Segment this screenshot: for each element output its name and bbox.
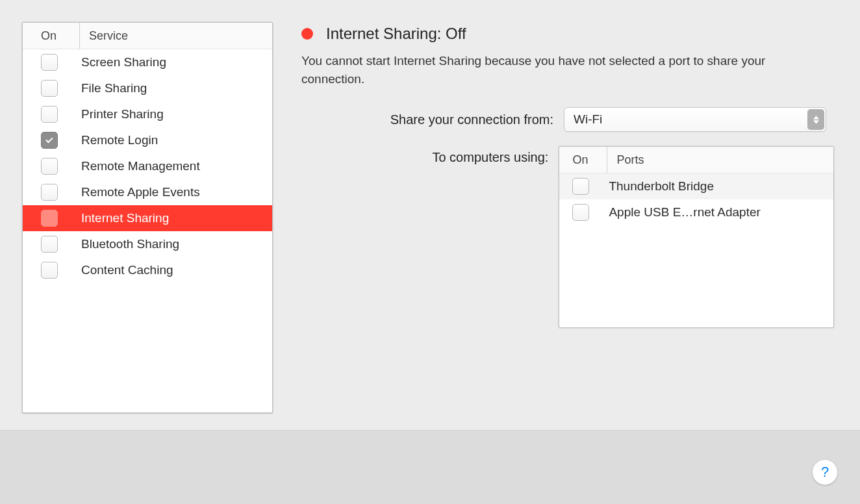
help-icon: ? [821,464,829,481]
chevron-updown-icon [807,109,824,130]
service-checkbox[interactable] [41,106,58,123]
ports-panel: On Ports Thunderbolt BridgeApple USB E…r… [559,146,834,328]
main-area: On Service Screen SharingFile SharingPri… [0,0,860,430]
service-checkbox[interactable] [41,54,58,71]
share-from-select[interactable]: Wi-Fi [564,107,826,132]
service-label: Remote Apple Events [81,185,200,199]
service-checkbox[interactable] [41,262,58,279]
service-checkbox[interactable] [41,236,58,253]
service-checkbox[interactable] [41,184,58,201]
service-checkbox[interactable] [41,158,58,175]
share-from-value: Wi-Fi [574,112,602,127]
service-label: Remote Login [81,133,158,147]
status-dot-icon [301,28,313,40]
service-row-remote-login[interactable]: Remote Login [23,127,272,153]
service-label: Content Caching [81,263,173,277]
service-row-remote-apple-events[interactable]: Remote Apple Events [23,179,272,205]
service-header-service[interactable]: Service [80,29,128,43]
status-description: You cannot start Internet Sharing becaus… [301,52,795,88]
service-checkbox[interactable] [41,80,58,97]
service-row-bluetooth-sharing[interactable]: Bluetooth Sharing [23,231,272,257]
footer: ? [0,430,860,504]
port-row[interactable]: Thunderbolt Bridge [559,173,833,199]
service-row-screen-sharing[interactable]: Screen Sharing [23,49,272,75]
ports-header-ports[interactable]: Ports [607,153,644,167]
service-row-printer-sharing[interactable]: Printer Sharing [23,101,272,127]
ports-header-on[interactable]: On [559,147,607,173]
service-label: File Sharing [81,81,147,95]
service-list-panel: On Service Screen SharingFile SharingPri… [22,22,273,413]
service-checkbox[interactable] [41,132,58,149]
to-computers-label: To computers using: [301,146,559,165]
share-from-row: Share your connection from: Wi-Fi [301,107,834,132]
service-header-on[interactable]: On [23,23,80,49]
service-row-content-caching[interactable]: Content Caching [23,257,272,283]
port-row[interactable]: Apple USB E…rnet Adapter [559,199,833,225]
to-computers-row: To computers using: On Ports Thunderbolt… [301,146,834,328]
service-checkbox[interactable] [41,210,58,227]
port-label: Apple USB E…rnet Adapter [609,205,760,220]
ports-header: On Ports [559,147,833,173]
port-checkbox[interactable] [572,178,589,195]
port-checkbox[interactable] [572,204,589,221]
help-button[interactable]: ? [812,459,838,485]
status-title: Internet Sharing: Off [326,25,466,43]
service-label: Remote Management [81,159,200,173]
service-label: Bluetooth Sharing [81,237,179,251]
service-row-remote-management[interactable]: Remote Management [23,153,272,179]
service-label: Printer Sharing [81,107,164,121]
detail-pane: Internet Sharing: Off You cannot start I… [301,25,834,342]
service-list-header: On Service [23,23,272,49]
service-row-internet-sharing[interactable]: Internet Sharing [23,205,272,231]
service-row-file-sharing[interactable]: File Sharing [23,75,272,101]
service-label: Screen Sharing [81,55,166,69]
service-label: Internet Sharing [81,211,169,225]
share-from-label: Share your connection from: [301,112,564,127]
status-line: Internet Sharing: Off [301,25,834,43]
port-label: Thunderbolt Bridge [609,179,714,194]
